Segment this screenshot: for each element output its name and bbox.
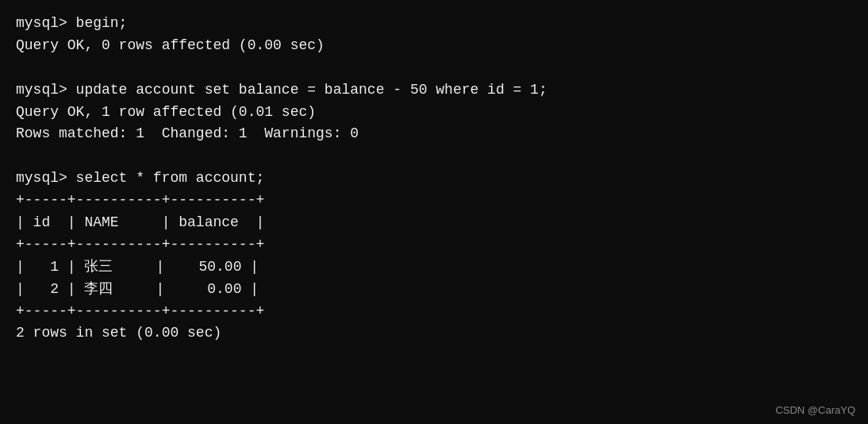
terminal-empty-line (16, 145, 852, 168)
terminal-line: | 1 | 张三 | 50.00 | (16, 256, 852, 279)
terminal-line: mysql> begin; (16, 13, 852, 35)
watermark: CSDN @CaraYQ (775, 404, 855, 416)
terminal-line: | id | NAME | balance | (16, 212, 852, 234)
terminal-output: mysql> begin;Query OK, 0 rows affected (… (16, 13, 852, 345)
terminal-line: mysql> update account set balance = bala… (16, 79, 852, 102)
terminal-line: +-----+----------+----------+ (16, 234, 852, 256)
terminal-empty-line (16, 57, 852, 79)
terminal-line: 2 rows in set (0.00 sec) (16, 322, 852, 345)
terminal-line: Query OK, 1 row affected (0.01 sec) (16, 102, 852, 124)
terminal-line: Query OK, 0 rows affected (0.00 sec) (16, 35, 852, 57)
terminal-line: +-----+----------+----------+ (16, 301, 852, 323)
terminal-line: +-----+----------+----------+ (16, 190, 852, 212)
terminal-line: mysql> select * from account; (16, 168, 852, 190)
terminal-line: | 2 | 李四 | 0.00 | (16, 279, 852, 301)
terminal-line: Rows matched: 1 Changed: 1 Warnings: 0 (16, 123, 852, 145)
